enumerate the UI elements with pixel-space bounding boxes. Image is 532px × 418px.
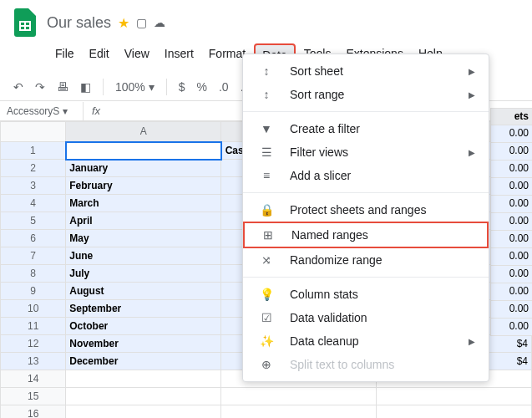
redo-icon[interactable]: ↷ [35, 80, 45, 94]
slicer-icon: ≡ [256, 169, 276, 182]
far-cell[interactable]: 0.00 [490, 301, 532, 319]
far-cell[interactable]: 0.00 [490, 196, 532, 213]
chevron-right-icon: ▶ [469, 67, 475, 76]
protect-item[interactable]: 🔒Protect sheets and ranges [243, 198, 489, 222]
sheets-logo[interactable] [13, 7, 37, 38]
create-filter-item[interactable]: ▼Create a filter [243, 117, 489, 140]
far-cell[interactable]: 0.00 [490, 143, 532, 161]
far-cell[interactable]: 0.00 [490, 178, 532, 196]
zoom-dropdown[interactable]: 100% ▾ [115, 80, 155, 94]
star-icon[interactable]: ★ [118, 15, 129, 31]
far-cell[interactable]: 0.00 [490, 161, 532, 178]
cleanup-icon: ✨ [256, 334, 276, 348]
chevron-right-icon: ▶ [469, 148, 475, 157]
name-box[interactable]: AccessoryS ▾ [0, 102, 84, 120]
split-icon: ⊕ [256, 358, 276, 371]
named-ranges-item[interactable]: ⊞Named ranges [243, 222, 489, 248]
far-cell[interactable]: 0.00 [490, 248, 532, 266]
add-slicer-item[interactable]: ≡Add a slicer [243, 164, 489, 187]
sort-icon: ↕ [256, 64, 276, 78]
percent-icon[interactable]: % [197, 80, 207, 94]
far-cell[interactable]: 0.00 [490, 283, 532, 301]
filter-views-item[interactable]: ☰Filter views▶ [243, 140, 489, 164]
doc-title[interactable]: Our sales [47, 14, 111, 32]
menu-edit[interactable]: Edit [83, 43, 116, 67]
shuffle-icon: ⤨ [256, 253, 276, 267]
fx-label: fx [84, 101, 109, 120]
randomize-item[interactable]: ⤨Randomize range [243, 248, 489, 272]
currency-icon[interactable]: $ [179, 80, 185, 94]
filter-views-icon: ☰ [256, 145, 276, 159]
decimal-icon[interactable]: .0 [219, 80, 229, 94]
far-cell[interactable]: 0.00 [490, 266, 532, 283]
validation-icon: ☑ [256, 311, 276, 324]
split-text-item: ⊕Split text to columns [243, 353, 489, 376]
lock-icon: 🔒 [256, 203, 276, 217]
print-icon[interactable]: 🖶 [57, 80, 68, 94]
bulb-icon: 💡 [256, 288, 276, 301]
col-header-a[interactable]: A [66, 122, 221, 142]
chevron-right-icon: ▶ [469, 337, 475, 346]
paint-icon[interactable]: ◧ [80, 80, 91, 94]
far-col-header[interactable]: ets [490, 108, 532, 125]
table-row: 16 [1, 405, 532, 419]
data-menu-dropdown: ↕Sort sheet▶ ↕Sort range▶ ▼Create a filt… [242, 54, 489, 382]
far-cell[interactable]: 0.00 [490, 319, 532, 336]
move-icon[interactable]: ▢ [136, 16, 147, 29]
sort-range-item[interactable]: ↕Sort range▶ [243, 83, 489, 106]
far-cell[interactable]: 0.00 [490, 231, 532, 248]
data-validation-item[interactable]: ☑Data validation [243, 306, 489, 329]
undo-icon[interactable]: ↶ [13, 80, 23, 94]
far-cell[interactable]: 0.00 [490, 213, 532, 231]
column-stats-item[interactable]: 💡Column stats [243, 283, 489, 306]
far-cell[interactable]: 0.00 [490, 125, 532, 143]
select-all-corner[interactable] [1, 122, 66, 142]
menu-file[interactable]: File [48, 43, 81, 67]
sort-sheet-item[interactable]: ↕Sort sheet▶ [243, 59, 489, 83]
filter-icon: ▼ [256, 122, 276, 135]
data-cleanup-item[interactable]: ✨Data cleanup▶ [243, 329, 489, 353]
cloud-icon[interactable]: ☁ [154, 16, 165, 29]
sort-icon: ↕ [256, 88, 276, 101]
chevron-right-icon: ▶ [469, 90, 475, 99]
menu-insert[interactable]: Insert [158, 43, 200, 67]
named-ranges-icon: ⊞ [258, 228, 278, 242]
table-row: 15 [1, 388, 532, 405]
menu-view[interactable]: View [118, 43, 156, 67]
